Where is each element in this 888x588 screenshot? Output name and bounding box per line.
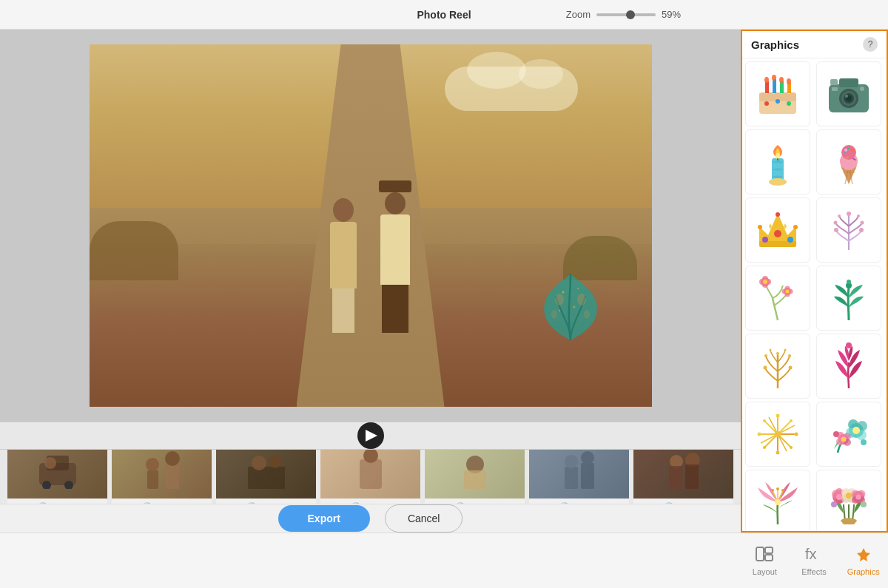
svg-point-142 — [841, 437, 846, 442]
svg-point-1 — [577, 294, 586, 305]
film-more-icon-4[interactable]: ··· — [407, 449, 416, 453]
cancel-button[interactable]: Cancel — [385, 504, 463, 533]
film-item[interactable]: ··· 🕐 2 sec ▾ — [7, 449, 107, 504]
graphic-item-gold-branch[interactable] — [745, 334, 810, 399]
canvas-area — [0, 30, 741, 422]
zoom-percent: 59% — [662, 9, 681, 20]
svg-point-143 — [833, 431, 839, 437]
playback-controls — [0, 422, 741, 449]
film-thumbnail-1 — [7, 449, 107, 499]
film-item[interactable]: ··· 🕐 2 sec ▾ — [112, 449, 212, 504]
film-more-icon-5[interactable]: ··· — [511, 449, 520, 453]
zoom-thumb[interactable] — [626, 10, 635, 19]
svg-point-64 — [841, 145, 856, 160]
zoom-slider[interactable] — [596, 13, 656, 16]
svg-point-163 — [846, 493, 852, 499]
film-more-icon-3[interactable]: ··· — [303, 449, 312, 453]
chevron-icon-5[interactable]: ▾ — [491, 503, 494, 504]
film-item[interactable]: ··· 🕐 2 sec ▾ — [320, 449, 420, 504]
svg-rect-173 — [765, 547, 773, 553]
graphic-item-feather-sprig[interactable] — [816, 197, 881, 263]
svg-point-72 — [774, 230, 781, 237]
graphic-item-ice-cream[interactable] — [816, 129, 881, 195]
graphic-item-teal-plant[interactable] — [816, 266, 881, 331]
photo-cloud — [445, 67, 578, 111]
top-bar: Photo Reel Zoom 59% — [0, 0, 888, 30]
film-more-icon-1[interactable]: ··· — [94, 449, 103, 453]
graphic-item-camera[interactable] — [816, 61, 881, 126]
graphic-item-candle[interactable] — [745, 129, 810, 195]
svg-point-122 — [776, 414, 780, 418]
svg-point-105 — [788, 354, 791, 357]
export-button[interactable]: Export — [278, 505, 370, 532]
graphic-item-crown[interactable] — [745, 197, 810, 263]
graphics-tab-icon — [854, 546, 873, 565]
svg-point-19 — [269, 455, 282, 468]
chevron-icon-4[interactable]: ▾ — [386, 503, 390, 504]
svg-point-18 — [252, 456, 266, 470]
help-icon[interactable]: ? — [863, 37, 878, 52]
film-more-icon-6[interactable]: ··· — [616, 449, 625, 453]
film-more-icon-2[interactable]: ··· — [198, 449, 207, 453]
svg-point-129 — [763, 446, 766, 449]
tab-graphics[interactable]: Graphics — [838, 533, 888, 588]
svg-point-103 — [789, 366, 793, 370]
chevron-icon-6[interactable]: ▾ — [595, 503, 599, 504]
bottom-tabs: Layout fx Effects Graphics — [0, 533, 888, 588]
action-bar: Export Cancel — [0, 504, 741, 533]
svg-point-3 — [584, 310, 590, 319]
svg-rect-26 — [581, 463, 594, 489]
svg-rect-24 — [565, 467, 578, 489]
photo-bush-left — [90, 221, 178, 280]
svg-point-43 — [776, 99, 780, 104]
svg-point-151 — [775, 499, 781, 505]
chevron-icon-2[interactable]: ▾ — [178, 503, 181, 504]
chevron-icon-7[interactable]: ▾ — [699, 503, 703, 504]
svg-rect-23 — [464, 470, 486, 489]
svg-point-157 — [836, 494, 842, 500]
film-more-icon-7[interactable]: ··· — [720, 449, 729, 453]
graphic-item-bouquet[interactable] — [816, 470, 881, 531]
panel-title: Graphics — [751, 38, 799, 51]
graphic-item-pink-lily[interactable] — [745, 470, 810, 531]
film-thumbnail-2 — [112, 449, 212, 499]
chevron-icon-1[interactable]: ▾ — [73, 503, 77, 504]
page-title: Photo Reel — [417, 9, 471, 21]
photo-preview — [90, 44, 652, 407]
svg-point-7 — [559, 310, 560, 311]
tab-layout[interactable]: Layout — [740, 533, 790, 588]
svg-rect-174 — [765, 555, 773, 561]
film-item[interactable]: ··· 🕐 2 sec ▾ — [216, 449, 316, 504]
svg-rect-172 — [756, 547, 764, 561]
film-item[interactable]: ··· 🕐 2 sec ▾ — [425, 449, 525, 504]
tab-effects[interactable]: fx Effects — [790, 533, 839, 588]
svg-rect-37 — [787, 83, 791, 93]
graphic-item-tropical-flowers[interactable] — [816, 402, 881, 467]
graphic-item-cake[interactable] — [745, 61, 810, 126]
figure-man-legs — [382, 285, 408, 333]
graphic-item-fireworks[interactable] — [745, 402, 810, 467]
svg-rect-54 — [832, 87, 838, 91]
svg-point-171 — [861, 501, 867, 507]
film-item[interactable]: ··· 🕐 2 sec ▾ — [529, 449, 629, 504]
film-item[interactable]: ··· 🕐 2 sec ▾ — [633, 449, 733, 504]
chevron-icon-3[interactable]: ▾ — [282, 503, 286, 504]
svg-point-70 — [844, 149, 847, 152]
clock-icon-4: 🕐 — [351, 502, 361, 504]
graphics-grid — [742, 58, 887, 531]
graphic-item-magenta-plant[interactable] — [816, 334, 881, 399]
zoom-label: Zoom — [566, 9, 591, 20]
svg-point-93 — [763, 280, 767, 284]
svg-point-14 — [146, 458, 159, 471]
svg-rect-36 — [780, 81, 784, 93]
svg-point-2 — [551, 310, 557, 319]
svg-rect-20 — [360, 459, 382, 489]
svg-point-126 — [763, 419, 766, 422]
svg-point-75 — [776, 212, 780, 217]
graphic-item-pink-branch[interactable] — [745, 266, 810, 331]
svg-point-130 — [775, 431, 781, 437]
play-button[interactable] — [357, 422, 384, 449]
svg-rect-31 — [685, 464, 699, 489]
figure-woman-legs — [332, 288, 354, 333]
graphics-panel: Graphics ? — [741, 30, 888, 533]
